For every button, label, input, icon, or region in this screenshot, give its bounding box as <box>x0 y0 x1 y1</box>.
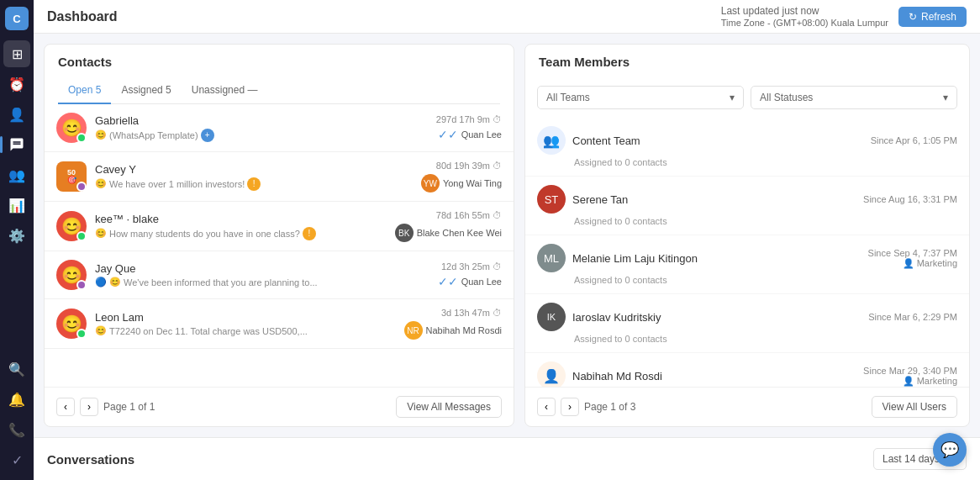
list-item[interactable]: ML Melanie Lim Laju Kitingon Since Sep 4… <box>525 235 969 294</box>
sidebar-item-dashboard[interactable]: ⊞ <box>3 40 30 67</box>
tab-open[interactable]: Open 5 <box>58 77 111 104</box>
team-member-info: IK Iaroslav Kudritskiy <box>537 303 661 331</box>
filter-row: All Teams ▾ All Statuses ▾ <box>525 77 969 118</box>
team-member-info: ML Melanie Lim Laju Kitingon <box>537 244 698 272</box>
assignee-avatar: BK <box>395 224 414 242</box>
next-page-button[interactable]: › <box>561 398 579 416</box>
contacts-tabs: Open 5 Assigned 5 Unassigned — <box>58 77 500 104</box>
view-all-messages-button[interactable]: View All Messages <box>396 396 502 418</box>
avatar: 😊 <box>56 113 87 143</box>
contact-meta: 12d 3h 25m ⏱ ✓✓ Quan Lee <box>438 261 502 288</box>
team-member-name: Serene Tan <box>572 193 628 206</box>
team-list: 👥 Content Team Since Apr 6, 1:05 PM Assi… <box>525 118 969 387</box>
chevron-down-icon: ▾ <box>730 92 735 103</box>
contacts-panel: Contacts Open 5 Assigned 5 Unassigned — … <box>44 44 514 427</box>
header: Dashboard Last updated just now Time Zon… <box>34 0 980 34</box>
conversations-section: Conversations Last 14 days <box>34 437 980 480</box>
team-member-info: ST Serene Tan <box>537 185 628 214</box>
team-assigned: Assigned to 0 contacts <box>574 216 957 226</box>
contact-meta: 80d 19h 39m ⏱ YW Yong Wai Ting <box>421 161 502 193</box>
sidebar-item-chat[interactable] <box>3 131 30 158</box>
view-all-users-button[interactable]: View All Users <box>872 396 957 418</box>
content-area: Contacts Open 5 Assigned 5 Unassigned — … <box>34 34 980 437</box>
assignee: YW Yong Wai Ting <box>421 174 502 193</box>
contact-preview: 😊 (WhatsApp Template) + <box>95 129 429 142</box>
status-indicator <box>76 329 87 339</box>
prev-page-button[interactable]: ‹ <box>56 398 75 416</box>
all-teams-filter[interactable]: All Teams ▾ <box>537 86 744 109</box>
contact-name: Leon Lam <box>95 311 398 324</box>
team-member-name: Melanie Lim Laju Kitingon <box>572 252 698 265</box>
avatar: IK <box>537 303 566 331</box>
plus-badge: + <box>201 129 214 142</box>
contacts-panel-footer: ‹ › Page 1 of 1 View All Messages <box>45 387 514 426</box>
list-item[interactable]: IK Iaroslav Kudritskiy Since Mar 6, 2:29… <box>525 294 969 353</box>
sidebar: C ⊞ ⏰ 👤 👥 📊 ⚙️ 🔍 🔔 📞 ✓ <box>0 0 34 480</box>
team-assigned: Assigned to 0 contacts <box>574 334 957 344</box>
page-info: Page 1 of 1 <box>103 401 155 413</box>
header-right: Last updated just now Time Zone - (GMT+0… <box>721 5 967 29</box>
app-logo[interactable]: C <box>5 7 29 30</box>
contact-meta: 3d 13h 47m ⏱ NR Nabihah Md Rosdi <box>404 308 503 340</box>
list-item[interactable]: 50🎯 Cavey Y 😊 We have over 1 million inv… <box>45 152 514 202</box>
team-since: Since Mar 29, 3:40 PM <box>863 366 957 376</box>
list-item[interactable]: ST Serene Tan Since Aug 16, 3:31 PM Assi… <box>525 177 969 235</box>
sidebar-item-chart[interactable]: 📊 <box>3 192 30 219</box>
list-item[interactable]: 😊 kee™ · blake 😊 How many students do yo… <box>45 202 514 251</box>
contact-name: Gabriella <box>95 114 429 127</box>
meta-right: Since Mar 29, 3:40 PM 👤 Marketing <box>863 366 957 387</box>
all-statuses-filter[interactable]: All Statuses ▾ <box>751 86 957 109</box>
last-updated: Last updated just now Time Zone - (GMT+0… <box>721 5 888 29</box>
warn-badge: ! <box>303 227 316 240</box>
list-item[interactable]: 👥 Content Team Since Apr 6, 1:05 PM Assi… <box>525 118 969 177</box>
tick-icon: ✓✓ <box>438 128 458 141</box>
avatar: 😊 <box>56 211 87 241</box>
warn-badge: ! <box>247 177 261 191</box>
team-badge: 👤 Marketing <box>863 376 957 387</box>
status-indicator <box>76 182 87 192</box>
sidebar-item-phone[interactable]: 📞 <box>3 416 30 443</box>
sidebar-item-search[interactable]: 🔍 <box>3 356 30 382</box>
team-since: Since Aug 16, 3:31 PM <box>863 194 957 204</box>
avatar: 😊 <box>56 260 87 290</box>
team-since: Since Apr 6, 1:05 PM <box>871 135 957 145</box>
sidebar-item-bell[interactable]: 🔔 <box>3 386 30 413</box>
team-since: Since Mar 6, 2:29 PM <box>868 312 957 322</box>
assignee-avatar: YW <box>421 174 440 193</box>
team-panel-header: Team Members <box>525 45 969 77</box>
tab-unassigned[interactable]: Unassigned — <box>182 77 268 104</box>
team-panel-title: Team Members <box>539 55 956 69</box>
sidebar-item-team[interactable]: 👥 <box>3 161 30 188</box>
avatar: ST <box>537 185 566 214</box>
contact-preview: 😊 How many students do you have in one c… <box>95 227 388 240</box>
refresh-button[interactable]: ↻ Refresh <box>898 7 967 27</box>
contact-info: Leon Lam 😊 T72240 on Dec 11. Total charg… <box>95 311 398 336</box>
assignee: ✓✓ Quan Lee <box>438 128 502 141</box>
tab-assigned[interactable]: Assigned 5 <box>111 77 181 104</box>
contact-name: kee™ · blake <box>95 213 388 225</box>
contact-time: 80d 19h 39m ⏱ <box>436 161 502 171</box>
contact-name: Cavey Y <box>95 163 414 176</box>
prev-page-button[interactable]: ‹ <box>537 398 556 416</box>
group-icon: 👥 <box>537 126 566 155</box>
team-member-info: 👤 Nabihah Md Rosdi <box>537 361 662 387</box>
list-item[interactable]: 😊 Gabriella 😊 (WhatsApp Template) + <box>45 104 514 152</box>
contact-preview: 🔵 😊 We've been informed that you are pla… <box>95 277 431 287</box>
sidebar-item-contacts-nav[interactable]: 👤 <box>3 101 30 128</box>
team-member-name: Content Team <box>572 135 640 147</box>
marketing-icon: 👤 <box>903 376 914 387</box>
main-content: Dashboard Last updated just now Time Zon… <box>34 0 980 480</box>
next-page-button[interactable]: › <box>80 398 98 416</box>
list-item[interactable]: 😊 Jay Que 🔵 😊 We've been informed that y… <box>45 251 514 299</box>
chat-bubble-button[interactable]: 💬 <box>933 433 967 467</box>
list-item[interactable]: 😊 Leon Lam 😊 T72240 on Dec 11. Total cha… <box>45 299 514 349</box>
contact-info: Jay Que 🔵 😊 We've been informed that you… <box>95 262 431 287</box>
sidebar-item-check[interactable]: ✓ <box>3 446 30 473</box>
sidebar-item-settings[interactable]: ⚙️ <box>3 222 30 249</box>
sidebar-item-clock[interactable]: ⏰ <box>3 71 30 98</box>
avatar: 😊 <box>56 309 87 339</box>
list-item[interactable]: 👤 Nabihah Md Rosdi Since Mar 29, 3:40 PM… <box>525 353 969 387</box>
team-badge: 👤 Marketing <box>868 258 957 269</box>
team-member-name: Nabihah Md Rosdi <box>572 370 662 382</box>
status-indicator <box>76 231 87 241</box>
